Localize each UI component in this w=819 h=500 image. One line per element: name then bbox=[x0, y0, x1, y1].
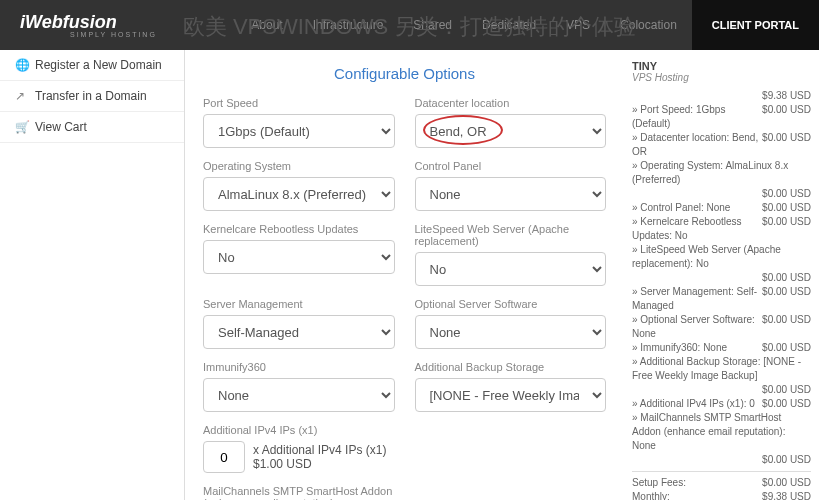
option-label: Additional IPv4 IPs (x1) bbox=[203, 424, 395, 436]
option-label: Operating System bbox=[203, 160, 395, 172]
cart-icon: 🛒 bbox=[15, 120, 27, 134]
port-speed-select[interactable]: 1Gbps (Default) bbox=[203, 114, 395, 148]
control-panel-select[interactable]: None bbox=[415, 177, 607, 211]
option-os: Operating System AlmaLinux 8.x (Preferre… bbox=[203, 160, 395, 211]
client-portal-button[interactable]: CLIENT PORTAL bbox=[692, 0, 819, 50]
sidebar: 🌐 Register a New Domain ↗ Transfer in a … bbox=[0, 50, 185, 500]
ipv4-qty-input[interactable] bbox=[203, 441, 245, 473]
option-label: Datacenter location bbox=[415, 97, 607, 109]
summary-line-item: $0.00 USD bbox=[632, 271, 811, 285]
logo-tagline: SIMPLY HOSTING bbox=[70, 31, 185, 38]
option-label: Immunify360 bbox=[203, 361, 395, 373]
globe-icon: 🌐 bbox=[15, 58, 27, 72]
kernelcare-select[interactable]: No bbox=[203, 240, 395, 274]
setup-fees-label: Setup Fees: bbox=[632, 476, 686, 490]
header: iWebfusion SIMPLY HOSTING About Infrastr… bbox=[0, 0, 819, 50]
sidebar-item-label: Register a New Domain bbox=[35, 58, 162, 72]
option-control-panel: Control Panel None bbox=[415, 160, 607, 211]
nav-infrastructure[interactable]: Infrastructure bbox=[313, 18, 384, 32]
summary-title: TINY bbox=[632, 60, 811, 72]
sidebar-item-label: Transfer in a Domain bbox=[35, 89, 147, 103]
option-mailchannels: MailChannels SMTP SmartHost Addon (enhan… bbox=[203, 485, 395, 500]
immunify-select[interactable]: None bbox=[203, 378, 395, 412]
setup-fees-price: $0.00 USD bbox=[762, 476, 811, 490]
os-select[interactable]: AlmaLinux 8.x (Preferred) bbox=[203, 177, 395, 211]
main-nav: About Infrastructure Shared Dedicated VP… bbox=[185, 18, 692, 32]
summary-line-item: » MailChannels SMTP SmartHost Addon (enh… bbox=[632, 411, 811, 453]
option-immunify: Immunify360 None bbox=[203, 361, 395, 412]
summary-base-price: $9.38 USD bbox=[762, 89, 811, 103]
logo-text: iWebfusion bbox=[20, 12, 185, 33]
sidebar-view-cart[interactable]: 🛒 View Cart bbox=[0, 112, 184, 143]
summary-line-item: $0.00 USD bbox=[632, 187, 811, 201]
option-label: Server Management bbox=[203, 298, 395, 310]
main-content: Configurable Options Port Speed 1Gbps (D… bbox=[185, 50, 624, 500]
option-kernelcare: Kernelcare Rebootless Updates No bbox=[203, 223, 395, 286]
option-label: LiteSpeed Web Server (Apache replacement… bbox=[415, 223, 607, 247]
monthly-label: Monthly: bbox=[632, 490, 670, 500]
summary-line-item: $0.00 USD bbox=[632, 383, 811, 397]
sidebar-register-domain[interactable]: 🌐 Register a New Domain bbox=[0, 50, 184, 81]
option-label: Optional Server Software bbox=[415, 298, 607, 310]
section-title: Configurable Options bbox=[203, 65, 606, 82]
summary-line-item: » Datacenter location: Bend, OR$0.00 USD bbox=[632, 131, 811, 159]
option-label: Control Panel bbox=[415, 160, 607, 172]
option-label: Kernelcare Rebootless Updates bbox=[203, 223, 395, 235]
summary-line-item: » Additional Backup Storage: [NONE - Fre… bbox=[632, 355, 811, 383]
summary-line-item: » Control Panel: None$0.00 USD bbox=[632, 201, 811, 215]
order-summary: TINY VPS Hosting $9.38 USD » Port Speed:… bbox=[624, 50, 819, 500]
nav-vps[interactable]: VPS bbox=[566, 18, 590, 32]
summary-subtitle: VPS Hosting bbox=[632, 72, 811, 83]
nav-about[interactable]: About bbox=[251, 18, 282, 32]
summary-line-item: » Operating System: AlmaLinux 8.x (Prefe… bbox=[632, 159, 811, 187]
nav-colocation[interactable]: Colocation bbox=[620, 18, 677, 32]
sidebar-transfer-domain[interactable]: ↗ Transfer in a Domain bbox=[0, 81, 184, 112]
divider bbox=[632, 471, 811, 472]
monthly-price: $9.38 USD bbox=[762, 490, 811, 500]
summary-line-item: » Server Management: Self-Managed$0.00 U… bbox=[632, 285, 811, 313]
datacenter-select[interactable]: Bend, OR bbox=[415, 114, 607, 148]
summary-line-item: » LiteSpeed Web Server (Apache replaceme… bbox=[632, 243, 811, 271]
option-server-mgmt: Server Management Self-Managed bbox=[203, 298, 395, 349]
option-label: Additional Backup Storage bbox=[415, 361, 607, 373]
ipv4-suffix-label: x Additional IPv4 IPs (x1) $1.00 USD bbox=[253, 443, 395, 471]
summary-line-item: $0.00 USD bbox=[632, 453, 811, 467]
option-label: MailChannels SMTP SmartHost Addon (enhan… bbox=[203, 485, 395, 500]
litespeed-select[interactable]: No bbox=[415, 252, 607, 286]
option-port-speed: Port Speed 1Gbps (Default) bbox=[203, 97, 395, 148]
option-ipv4: Additional IPv4 IPs (x1) x Additional IP… bbox=[203, 424, 395, 473]
sidebar-item-label: View Cart bbox=[35, 120, 87, 134]
summary-line-item: » Port Speed: 1Gbps (Default)$0.00 USD bbox=[632, 103, 811, 131]
option-label: Port Speed bbox=[203, 97, 395, 109]
share-icon: ↗ bbox=[15, 89, 27, 103]
summary-line-item: » Kernelcare Rebootless Updates: No$0.00… bbox=[632, 215, 811, 243]
logo[interactable]: iWebfusion SIMPLY HOSTING bbox=[0, 12, 185, 38]
option-backup: Additional Backup Storage [NONE - Free W… bbox=[415, 361, 607, 412]
option-datacenter: Datacenter location Bend, OR bbox=[415, 97, 607, 148]
option-software: Optional Server Software None bbox=[415, 298, 607, 349]
summary-line-item: » Optional Server Software: None$0.00 US… bbox=[632, 313, 811, 341]
nav-shared[interactable]: Shared bbox=[413, 18, 452, 32]
server-mgmt-select[interactable]: Self-Managed bbox=[203, 315, 395, 349]
opt-software-select[interactable]: None bbox=[415, 315, 607, 349]
nav-dedicated[interactable]: Dedicated bbox=[482, 18, 536, 32]
summary-line-item: » Immunify360: None$0.00 USD bbox=[632, 341, 811, 355]
option-litespeed: LiteSpeed Web Server (Apache replacement… bbox=[415, 223, 607, 286]
summary-line-item: » Additional IPv4 IPs (x1): 0$0.00 USD bbox=[632, 397, 811, 411]
backup-select[interactable]: [NONE - Free Weekly Image bbox=[415, 378, 607, 412]
